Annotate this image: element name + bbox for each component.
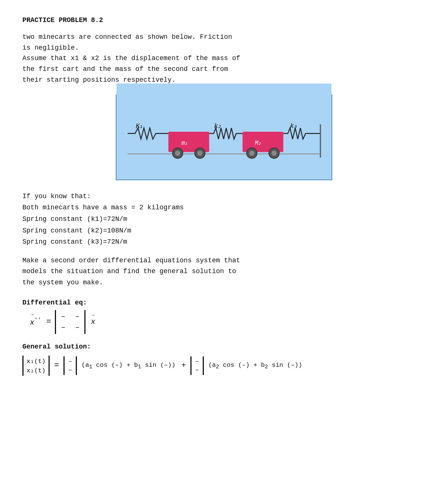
svg-text:k₃: k₃ [290,122,297,130]
svg-rect-0 [116,84,332,169]
matrix-a-00: – [60,312,66,321]
eigenvec1-top: – [68,358,73,365]
solution-term-1: (a1 cos (–) + b1 sin (–)) [81,362,175,370]
col-vec-x1: x₁(t) [27,357,46,365]
equals-sign-2: = [54,361,59,370]
svg-point-15 [271,150,277,156]
col-vec-x2: x₂(t) [27,366,46,374]
word-and: and [83,65,95,73]
problem-title: PRACTICE PROBLEM 8.2 [22,15,426,26]
svg-point-13 [249,150,255,156]
word-and-2: and [107,268,119,275]
svg-text:m₁: m₁ [181,140,187,146]
problem-statement: Make a second order differential equatio… [22,255,426,288]
general-solution-section: General solution: x₁(t) x₂(t) = – – (a1 … [22,343,426,376]
diagram-container: K₁ m₁ k₂ M₂ k₃ [22,94,426,180]
intro-text: two minecarts are connected as shown bel… [22,32,426,85]
eigenvec1-bot: – [68,366,73,374]
x-vec: → x [91,318,95,326]
svg-text:k₂: k₂ [214,122,221,130]
given-item-4: Spring constant (k3)=72N/m [22,236,426,248]
eigenvec-2: – – [190,356,204,375]
eigenvec2-bot: – [195,366,200,374]
diff-eq-label: Differential eq: [22,299,426,306]
general-solution-label: General solution: [22,343,426,350]
matrix-a-10: – [60,323,66,332]
given-item-2: Spring constant (k1)=72N/m [22,213,426,225]
plus-sign: + [181,361,186,370]
diff-eq-section: Differential eq: → x'' = – – – – → x [22,299,426,334]
solution-term-2: (a2 cos (–) + b2 sin (–)) [208,362,302,370]
equals-sign: = [46,317,51,327]
svg-text:M₂: M₂ [255,140,261,146]
x-double-prime-vec: → x'' [30,317,41,327]
svg-point-8 [197,150,202,156]
svg-text:K₁: K₁ [136,122,143,130]
given-header: If you know that: [22,191,426,202]
word-the: the [147,65,159,73]
matrix-equation: → x'' = – – – – → x [30,310,426,334]
eigenvec2-top: – [195,358,200,365]
col-vec-x: x₁(t) x₂(t) [22,356,50,376]
svg-point-6 [175,150,180,156]
given-info: If you know that: Both minecarts have a … [22,191,426,248]
given-item-1: Both minecarts have a mass = 2 kilograms [22,202,426,213]
diagram: K₁ m₁ k₂ M₂ k₃ [116,94,332,180]
word-of: of [135,65,143,73]
word-the-2: the [22,279,34,286]
word-to: to [228,268,236,275]
given-item-3: Spring constant (k2)=108N/m [22,225,426,237]
matrix-a-11: – [74,323,81,332]
eigenvec-1: – – [63,356,77,375]
matrix-a-01: – [74,312,81,321]
matrix-a: – – – – [55,310,85,334]
gen-solution-eq: x₁(t) x₂(t) = – – (a1 cos (–) + b1 sin (… [22,356,426,376]
